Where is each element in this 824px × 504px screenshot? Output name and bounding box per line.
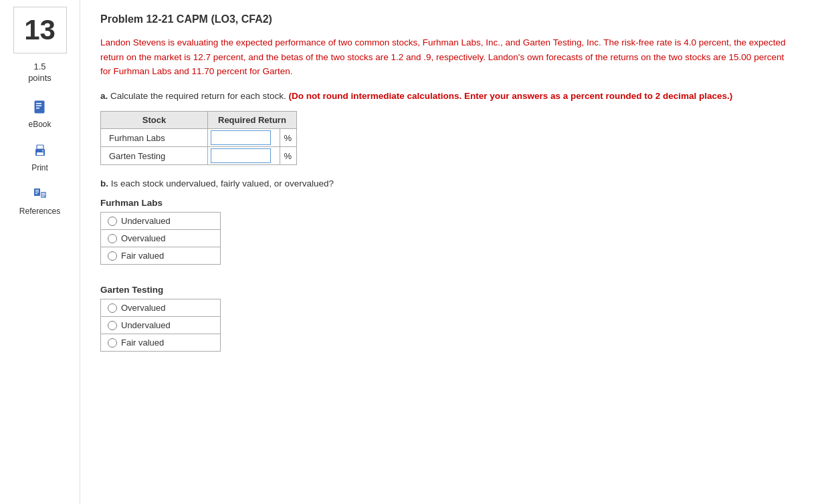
table-row: Furhman Labs %	[101, 129, 297, 147]
garten-testing-input[interactable]	[211, 148, 271, 163]
garten-testing-section: Garten Testing Overvalued Undervalued Fa…	[100, 285, 796, 352]
ebook-icon	[30, 98, 50, 118]
ebook-label: eBook	[28, 120, 51, 129]
garten-testing-name: Garten Testing	[101, 147, 208, 165]
sidebar-item-print[interactable]: Print	[30, 141, 50, 172]
points-value: 1.5	[33, 61, 45, 72]
furhman-labs-input[interactable]	[211, 130, 271, 145]
points-text: points	[28, 73, 51, 83]
print-icon	[30, 141, 50, 161]
required-return-table: Stock Required Return Furhman Labs % Gar…	[100, 111, 297, 165]
problem-title: Problem 12-21 CAPM (LO3, CFA2)	[100, 13, 796, 25]
furhman-overvalued-option[interactable]: Overvalued	[101, 230, 220, 247]
svg-rect-3	[36, 108, 39, 109]
garten-overvalued-radio[interactable]	[108, 303, 117, 313]
col-return-header: Required Return	[208, 112, 297, 129]
svg-rect-6	[37, 145, 43, 149]
table-row: Garten Testing %	[101, 147, 297, 165]
furhman-overvalued-label: Overvalued	[121, 233, 165, 243]
references-label: References	[19, 207, 60, 216]
part-a-label: a.	[100, 91, 108, 101]
svg-rect-2	[36, 105, 41, 106]
part-b-text: Is each stock undervalued, fairly valued…	[111, 178, 334, 188]
furhman-labs-input-cell[interactable]	[208, 129, 280, 147]
garten-fairvalued-option[interactable]: Fair valued	[101, 334, 220, 351]
furhman-percent: %	[280, 129, 296, 147]
garten-undervalued-label: Undervalued	[121, 320, 171, 330]
main-content: Problem 12-21 CAPM (LO3, CFA2) Landon St…	[80, 0, 816, 504]
part-a-text: Calculate the required return for each s…	[110, 91, 286, 101]
problem-description: Landon Stevens is evaluating the expecte…	[100, 35, 796, 79]
part-b-label: b.	[100, 178, 108, 188]
svg-rect-1	[36, 103, 41, 104]
part-a-bold: (Do not round intermediate calculations.…	[288, 91, 732, 101]
furhman-undervalued-label: Undervalued	[121, 216, 171, 226]
furhman-fairvalued-label: Fair valued	[121, 251, 164, 261]
garten-percent: %	[280, 147, 296, 165]
sidebar-item-ebook[interactable]: eBook	[28, 98, 51, 129]
garten-fairvalued-label: Fair valued	[121, 338, 164, 348]
garten-testing-input-cell[interactable]	[208, 147, 280, 165]
svg-rect-10	[35, 190, 39, 191]
garten-undervalued-radio[interactable]	[108, 321, 117, 330]
furhman-labs-name: Furhman Labs	[101, 129, 208, 147]
svg-rect-7	[37, 152, 43, 155]
problem-number-box: 13	[13, 7, 67, 53]
sidebar-item-references[interactable]: References	[19, 184, 60, 216]
print-label: Print	[31, 163, 48, 172]
sidebar: 13 1.5 points eBook	[0, 0, 80, 504]
svg-rect-15	[41, 195, 45, 195]
garten-undervalued-option[interactable]: Undervalued	[101, 317, 220, 334]
svg-rect-16	[41, 196, 43, 197]
col-stock-header: Stock	[101, 112, 208, 129]
furhman-fairvalued-option[interactable]: Fair valued	[101, 247, 220, 264]
svg-rect-11	[35, 191, 39, 192]
points-label: 1.5 points	[28, 61, 51, 84]
furhman-radio-group: Undervalued Overvalued Fair valued	[100, 212, 221, 265]
garten-radio-group: Overvalued Undervalued Fair valued	[100, 299, 221, 352]
garten-overvalued-label: Overvalued	[121, 303, 165, 313]
furhman-overvalued-radio[interactable]	[108, 234, 117, 243]
svg-point-8	[42, 150, 43, 151]
part-a-instruction: a. Calculate the required return for eac…	[100, 89, 796, 104]
furhman-fairvalued-radio[interactable]	[108, 251, 117, 261]
problem-number: 13	[24, 14, 56, 46]
references-icon	[30, 184, 50, 205]
garten-overvalued-option[interactable]: Overvalued	[101, 299, 220, 317]
furhman-labs-section: Furhman Labs Undervalued Overvalued Fair…	[100, 198, 796, 265]
garten-testing-section-title: Garten Testing	[100, 285, 796, 295]
svg-rect-14	[41, 193, 45, 194]
svg-rect-12	[35, 193, 37, 194]
furhman-undervalued-option[interactable]: Undervalued	[101, 213, 220, 230]
garten-fairvalued-radio[interactable]	[108, 338, 117, 348]
part-b-question: b. Is each stock undervalued, fairly val…	[100, 178, 796, 188]
furhman-undervalued-radio[interactable]	[108, 217, 117, 226]
furhman-labs-section-title: Furhman Labs	[100, 198, 796, 208]
svg-rect-0	[35, 101, 44, 113]
